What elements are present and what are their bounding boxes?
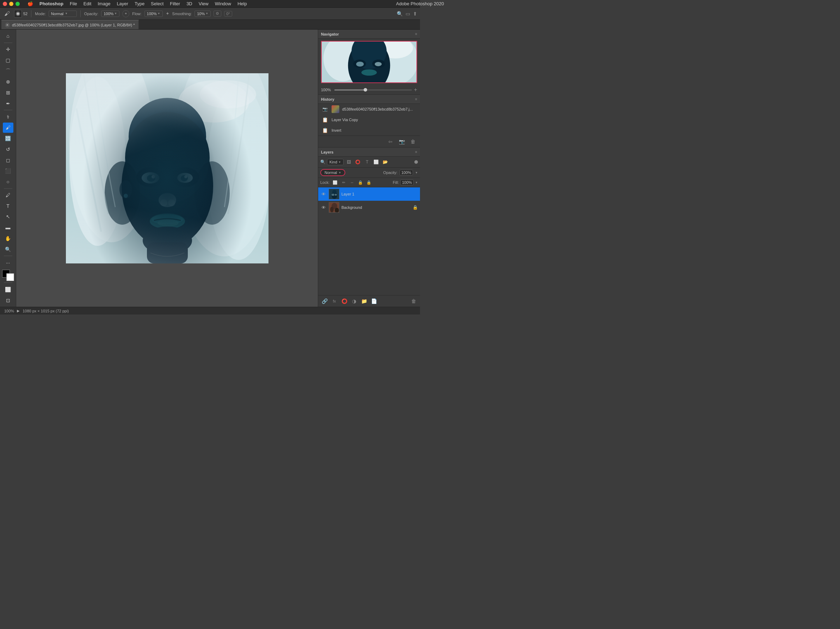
history-new-snapshot-btn[interactable]: ⇦ [386, 137, 395, 146]
minimize-button[interactable] [9, 2, 13, 6]
opacity-input[interactable]: 100% [399, 170, 413, 175]
status-arrow[interactable]: ▶ [17, 309, 20, 313]
crop-tool[interactable]: ⊞ [3, 88, 13, 98]
fg-bg-colors[interactable] [2, 270, 14, 281]
path-select-tool[interactable]: ↖ [3, 212, 13, 222]
erase-to-history-icon[interactable]: ✦ [166, 11, 169, 16]
share-icon[interactable]: ⬆ [413, 11, 417, 17]
fill-dropdown-arrow[interactable]: ▼ [415, 181, 418, 184]
menu-image[interactable]: Image [95, 0, 113, 8]
history-header[interactable]: History ≡ [318, 95, 420, 104]
zoom-tool[interactable]: 🔍 [3, 244, 13, 254]
screen-mode-tool[interactable]: ⊡ [3, 295, 13, 305]
new-group-btn[interactable]: 📁 [360, 297, 368, 305]
layer-1-visibility[interactable]: 👁 [320, 191, 327, 197]
close-button[interactable] [3, 2, 7, 6]
bg-visibility[interactable]: 👁 [320, 204, 327, 211]
lock-paint-btn[interactable]: ✏ [340, 179, 347, 186]
history-item-0[interactable]: 📷 d538fee60402750ff13ebcd8b3752eb7.j... [318, 104, 420, 115]
history-delete-btn[interactable]: 🗑 [409, 137, 417, 146]
workspace-icon[interactable]: ▭ [406, 11, 410, 17]
clone-tool[interactable]: 🔡 [3, 134, 13, 144]
dodge-tool[interactable]: ○ [3, 177, 13, 187]
menu-select[interactable]: Select [148, 0, 166, 8]
spot-heal-tool[interactable]: ⚕ [3, 112, 13, 122]
quick-select-tool[interactable]: ⊗ [3, 77, 13, 87]
layers-header[interactable]: Layers ≡ [318, 148, 420, 157]
fx-btn[interactable]: fx [330, 297, 339, 305]
history-create-layer-btn[interactable]: 📷 [398, 137, 406, 146]
filter-smart-icon[interactable]: 📂 [382, 158, 389, 166]
layer-item-1[interactable]: 👁 Layer 1 [318, 188, 420, 201]
menu-view[interactable]: View [196, 0, 212, 8]
home-tool[interactable]: ⌂ [3, 31, 13, 41]
menu-type[interactable]: Type [132, 0, 147, 8]
menu-apple[interactable]: 🍎 [25, 0, 36, 8]
layer-background[interactable]: 👁 Background 🔒 [318, 201, 420, 214]
lock-transparent-btn[interactable]: ⬜ [332, 179, 339, 186]
add-mask-btn[interactable]: ⭕ [340, 297, 349, 305]
link-layers-btn[interactable]: 🔗 [320, 297, 329, 305]
menu-window[interactable]: Window [212, 0, 234, 8]
menu-file[interactable]: File [67, 0, 80, 8]
new-adj-btn[interactable]: ◑ [350, 297, 358, 305]
history-item-1[interactable]: 📋 Layer Via Copy [318, 115, 420, 125]
menu-photoshop[interactable]: Photoshop [36, 0, 66, 8]
brush-preview[interactable] [14, 10, 22, 17]
menu-layer[interactable]: Layer [114, 0, 131, 8]
hand-tool[interactable]: ✋ [3, 233, 13, 244]
airbrush-toggle[interactable]: ✦ [122, 10, 129, 17]
layers-kind-filter[interactable]: Kind ▼ [327, 159, 344, 165]
quick-mask-tool[interactable]: ⬜ [3, 284, 13, 295]
filter-active-dot[interactable] [414, 160, 418, 164]
filter-pixel-icon[interactable]: 🖼 [345, 158, 353, 166]
lock-artboard-btn[interactable]: 🔒 [357, 179, 364, 186]
smoothing-options-icon[interactable]: ⚙ [213, 11, 221, 17]
layers-menu-icon[interactable]: ≡ [415, 150, 417, 154]
blend-mode-dropdown[interactable]: Normal ▼ [320, 169, 345, 176]
menu-3d[interactable]: 3D [183, 0, 195, 8]
opacity-value[interactable]: 100% ▼ [101, 11, 120, 17]
canvas-area[interactable] [16, 30, 318, 307]
selection-tool[interactable]: ▢ [3, 55, 13, 65]
eraser-tool[interactable]: ◻ [3, 155, 13, 165]
gradient-tool[interactable]: ⬛ [3, 166, 13, 176]
menu-edit[interactable]: Edit [81, 0, 94, 8]
new-layer-btn[interactable]: 📄 [369, 297, 378, 305]
menu-filter[interactable]: Filter [167, 0, 183, 8]
mode-dropdown[interactable]: Normal ▼ [49, 11, 77, 17]
filter-type-icon[interactable]: T [363, 158, 371, 166]
brush-size-value[interactable]: 52 [23, 12, 27, 16]
opacity-dropdown-arrow[interactable]: ▼ [415, 171, 418, 174]
delete-layer-btn[interactable]: 🗑 [409, 297, 418, 305]
flow-value[interactable]: 100% ▼ [144, 11, 163, 17]
history-item-2[interactable]: 📋 Invert [318, 125, 420, 136]
tab-close-button[interactable]: ✕ [5, 22, 10, 27]
zoom-slider-thumb[interactable] [364, 88, 367, 91]
filter-shape-icon[interactable]: ⬜ [373, 158, 380, 166]
extra-tools[interactable]: ··· [3, 257, 13, 268]
menu-help[interactable]: Help [235, 0, 250, 8]
rect-shape-tool[interactable]: ▬ [3, 222, 13, 233]
status-zoom[interactable]: 100% [4, 309, 14, 313]
history-menu-icon[interactable]: ≡ [415, 97, 417, 101]
search-icon[interactable]: 🔍 [397, 11, 403, 17]
angle-value[interactable]: 0° [224, 11, 232, 17]
background-color[interactable] [6, 273, 14, 281]
eyedropper-tool[interactable]: ✒ [3, 99, 13, 109]
lock-all-btn[interactable]: 🔒 [365, 179, 373, 186]
lock-position-btn[interactable]: ↔ [349, 179, 355, 186]
fill-input[interactable]: 100% [400, 180, 414, 185]
smoothing-value[interactable]: 10% ▼ [194, 11, 211, 17]
nav-zoom-slider[interactable] [335, 90, 412, 90]
pen-tool[interactable]: 🖊 [3, 190, 13, 200]
document-tab[interactable]: ✕ d538fee60402750ff13ebcd8b3752eb7.jpg @… [2, 20, 139, 29]
type-tool[interactable]: T [3, 201, 13, 211]
navigator-menu-icon[interactable]: ≡ [415, 32, 417, 36]
navigator-header[interactable]: Navigator ≡ [318, 30, 420, 39]
lasso-tool[interactable]: ⌒ [3, 66, 13, 76]
filter-adjust-icon[interactable]: ⭕ [354, 158, 362, 166]
maximize-button[interactable] [16, 2, 20, 6]
history-brush-tool[interactable]: ↺ [3, 144, 13, 154]
move-tool[interactable]: ✛ [3, 44, 13, 55]
